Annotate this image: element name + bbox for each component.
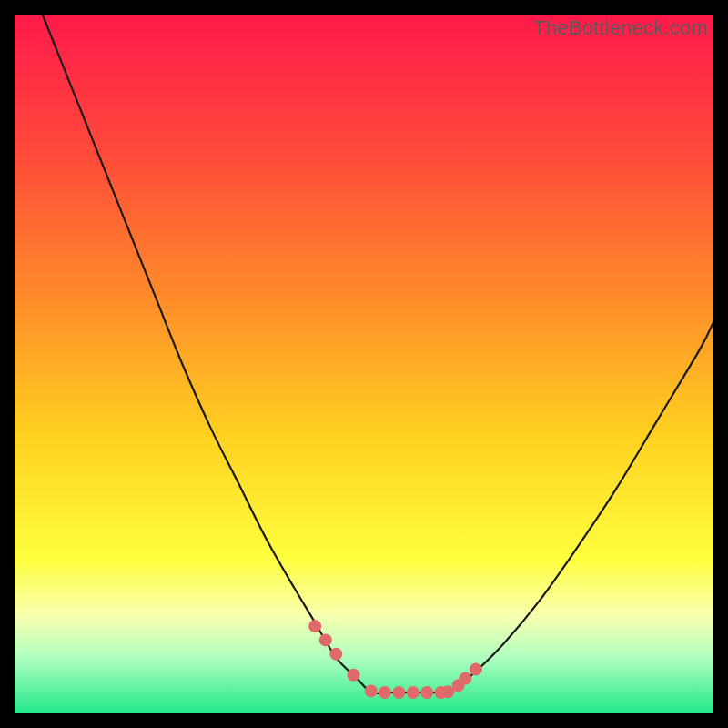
bottleneck-curve-svg [15, 15, 713, 713]
highlight-marker [459, 672, 471, 685]
highlight-marker [319, 633, 332, 646]
watermark-text: TheBottleneck.com [533, 16, 708, 40]
highlight-marker [348, 669, 360, 682]
highlight-marker [379, 686, 391, 699]
highlight-marker [470, 663, 482, 676]
highlight-marker [329, 648, 342, 661]
bottleneck-curve-path [43, 15, 713, 693]
highlight-marker [420, 686, 433, 699]
highlight-marker [407, 686, 420, 699]
plot-area [15, 15, 713, 713]
highlight-markers [308, 620, 482, 699]
highlight-marker [308, 620, 321, 632]
highlight-marker [392, 686, 405, 699]
highlight-marker [365, 684, 378, 697]
chart-frame: TheBottleneck.com [15, 15, 713, 713]
